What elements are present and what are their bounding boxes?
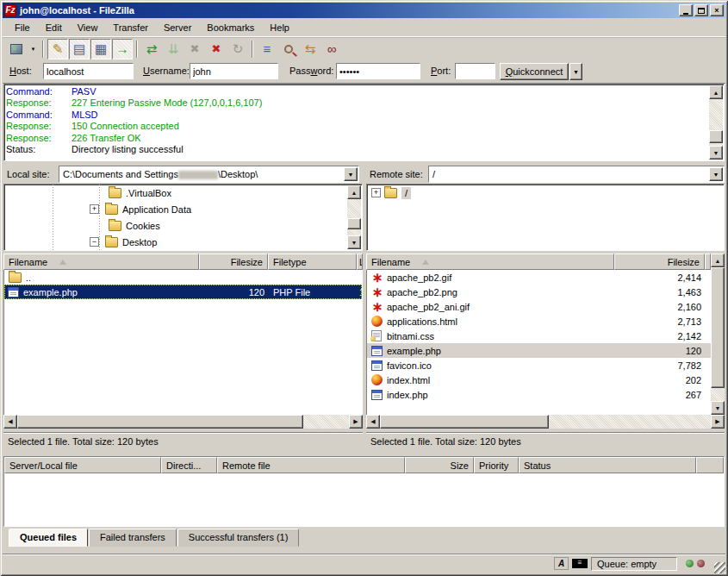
menu-file[interactable]: File bbox=[7, 20, 38, 35]
quickconnect-dropdown[interactable]: ▼ bbox=[569, 63, 582, 80]
scroll-left-button[interactable]: ◀ bbox=[3, 415, 17, 429]
local-site-dropdown[interactable]: ▼ bbox=[344, 167, 358, 181]
file-row[interactable]: ∗apache_pb2.png 1,463 bbox=[367, 285, 711, 299]
scrollbar-thumb[interactable] bbox=[711, 267, 725, 388]
tab-failed-transfers[interactable]: Failed transfers bbox=[89, 529, 177, 547]
remote-site-dropdown[interactable]: ▼ bbox=[709, 167, 723, 181]
file-row-selected[interactable]: example.php 120 bbox=[367, 343, 711, 358]
synchronized-browsing-button[interactable]: ⇆ bbox=[300, 39, 320, 59]
scroll-down-button[interactable]: ▼ bbox=[711, 401, 725, 415]
local-site-combo[interactable]: C:\Documents and Settings\Desktop\ ▼ bbox=[59, 166, 359, 183]
cancel-operation-button[interactable]: ✖ bbox=[184, 39, 205, 59]
column-header-filetype[interactable]: Filetype bbox=[268, 254, 357, 270]
host-input[interactable] bbox=[43, 63, 134, 79]
file-row-example-php[interactable]: example.php 120 PHP File 1 bbox=[4, 285, 362, 299]
column-header-priority[interactable]: Priority bbox=[474, 457, 519, 473]
file-row[interactable]: index.php 267 bbox=[367, 387, 711, 402]
port-input[interactable] bbox=[455, 63, 495, 79]
file-row[interactable]: applications.html 2,713 bbox=[367, 314, 711, 329]
disconnect-button[interactable]: ✖ bbox=[206, 39, 227, 59]
remote-list-scrollbar[interactable]: ▲ ▼ bbox=[711, 254, 725, 415]
tree-item-cookies[interactable]: Cookies bbox=[4, 217, 362, 234]
scroll-down-button[interactable]: ▼ bbox=[347, 235, 361, 249]
tree-item-virtualbox[interactable]: .VirtualBox bbox=[4, 185, 362, 201]
log-scrollbar[interactable]: ▲ ▼ bbox=[709, 85, 723, 160]
title-bar[interactable]: Fz john@localhost - FileZilla × bbox=[3, 3, 725, 18]
site-manager-button[interactable] bbox=[6, 39, 27, 59]
tree-item-application-data[interactable]: + Application Data bbox=[4, 201, 362, 217]
scroll-left-button[interactable]: ◀ bbox=[366, 415, 380, 429]
data-type-indicator[interactable]: A bbox=[554, 557, 569, 570]
toggle-message-log-button[interactable]: ✎ bbox=[47, 39, 68, 59]
site-manager-dropdown[interactable]: ▼ bbox=[28, 40, 39, 59]
maximize-button[interactable] bbox=[694, 4, 708, 16]
file-row[interactable]: favicon.ico 7,782 bbox=[367, 358, 711, 373]
scroll-right-button[interactable]: ▶ bbox=[349, 415, 363, 429]
file-row[interactable]: ∗apache_pb2_ani.gif 2,160 bbox=[367, 299, 711, 314]
column-header-filename[interactable]: Filename bbox=[3, 254, 199, 270]
remote-site-combo[interactable]: / ▼ bbox=[428, 166, 725, 183]
remote-list-hscrollbar[interactable]: ◀ ▶ bbox=[366, 415, 725, 429]
queue-list-area[interactable] bbox=[5, 474, 723, 525]
tree-collapse-icon[interactable]: − bbox=[90, 237, 99, 247]
column-header-direction[interactable]: Directi... bbox=[161, 457, 217, 473]
column-header-status[interactable]: Status bbox=[519, 457, 696, 473]
resize-grip[interactable] bbox=[714, 562, 725, 573]
remote-file-list[interactable]: ∗apache_pb2.gif 2,414 ∗apache_pb2.png 1,… bbox=[366, 270, 711, 415]
scroll-up-button[interactable]: ▲ bbox=[347, 185, 361, 199]
local-list-hscrollbar[interactable]: ◀ ▶ bbox=[3, 415, 363, 429]
scroll-right-button[interactable]: ▶ bbox=[711, 415, 725, 429]
quickconnect-button[interactable]: Quickconnect bbox=[500, 63, 569, 80]
tree-item-root[interactable]: + / bbox=[367, 185, 724, 201]
file-row-parent-dir[interactable]: .. bbox=[4, 270, 362, 285]
tree-item-desktop[interactable]: − Desktop bbox=[4, 234, 362, 250]
speed-limit-indicator-icon[interactable]: ≡ bbox=[572, 559, 588, 568]
menu-edit[interactable]: Edit bbox=[38, 20, 70, 35]
find-files-button[interactable]: ∞ bbox=[321, 39, 342, 59]
menu-view[interactable]: View bbox=[70, 20, 106, 35]
transfer-queue[interactable]: Server/Local file Directi... Remote file… bbox=[3, 456, 725, 527]
toggle-local-tree-button[interactable]: ▤ bbox=[69, 39, 90, 59]
scrollbar-thumb[interactable] bbox=[347, 218, 361, 229]
refresh-button[interactable]: ⇄ bbox=[141, 39, 162, 59]
local-file-list[interactable]: .. example.php 120 PHP File 1 bbox=[3, 270, 363, 415]
toggle-queue-button[interactable]: → bbox=[112, 39, 133, 59]
file-row[interactable]: ∗apache_pb2.gif 2,414 bbox=[367, 270, 711, 285]
directory-filter-button[interactable]: ≡ bbox=[257, 39, 277, 59]
column-header-filesize[interactable]: Filesize bbox=[614, 254, 705, 270]
tree-expand-icon[interactable]: + bbox=[371, 188, 381, 197]
close-button[interactable]: × bbox=[710, 4, 724, 16]
column-header-filesize[interactable]: Filesize bbox=[199, 254, 268, 270]
tab-queued-files[interactable]: Queued files bbox=[9, 529, 88, 547]
local-tree-scrollbar[interactable]: ▲ ▼ bbox=[347, 185, 361, 249]
toggle-remote-tree-button[interactable]: ▦ bbox=[90, 39, 111, 59]
scroll-up-button[interactable]: ▲ bbox=[711, 254, 725, 267]
column-header-size[interactable]: Size bbox=[405, 457, 474, 473]
username-input[interactable] bbox=[190, 63, 278, 79]
scrollbar-thumb[interactable] bbox=[380, 415, 549, 429]
minimize-button[interactable] bbox=[679, 4, 693, 16]
scroll-up-button[interactable]: ▲ bbox=[709, 85, 723, 99]
scrollbar-thumb[interactable] bbox=[709, 130, 723, 143]
scrollbar-thumb[interactable] bbox=[17, 415, 303, 429]
menu-server[interactable]: Server bbox=[156, 20, 199, 35]
remote-directory-tree[interactable]: + / bbox=[366, 184, 725, 251]
password-input[interactable] bbox=[336, 63, 420, 79]
column-header-last-modified[interactable]: L bbox=[357, 254, 363, 270]
column-header-remote-file[interactable]: Remote file bbox=[217, 457, 405, 473]
process-queue-button[interactable]: ⇊ bbox=[163, 39, 184, 59]
menu-help[interactable]: Help bbox=[262, 20, 297, 35]
column-header-server-local-file[interactable]: Server/Local file bbox=[4, 457, 161, 473]
menu-transfer[interactable]: Transfer bbox=[105, 20, 156, 35]
message-log[interactable]: Command:PASV Response:227 Entering Passi… bbox=[3, 84, 725, 161]
compare-directories-button[interactable] bbox=[278, 39, 299, 59]
local-directory-tree[interactable]: .VirtualBox + Application Data Cookies −… bbox=[3, 184, 363, 251]
tab-successful-transfers[interactable]: Successful transfers (1) bbox=[177, 529, 300, 547]
menu-bookmarks[interactable]: Bookmarks bbox=[199, 20, 262, 35]
file-row[interactable]: index.html 202 bbox=[367, 373, 711, 387]
column-header-filename[interactable]: Filename bbox=[366, 254, 614, 270]
scroll-down-button[interactable]: ▼ bbox=[709, 146, 723, 160]
tree-expand-icon[interactable]: + bbox=[90, 204, 99, 214]
reconnect-button[interactable]: ↻ bbox=[227, 39, 248, 59]
file-row[interactable]: bitnami.css 2,142 bbox=[367, 329, 711, 343]
